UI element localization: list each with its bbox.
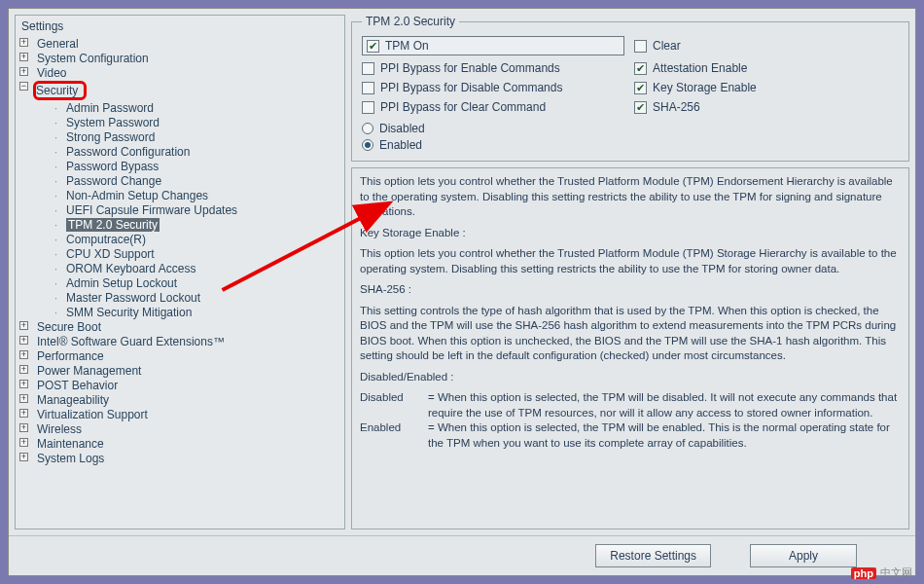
apply-button[interactable]: Apply <box>750 544 857 567</box>
definition-text: = When this option is selected, the TPM … <box>428 420 901 451</box>
definition-term: Enabled <box>360 420 422 451</box>
checkbox-label: Attestation Enable <box>653 61 747 75</box>
tree-item-admin-password[interactable]: Admin Password <box>51 101 338 115</box>
collapse-icon[interactable]: − <box>19 82 28 91</box>
description-heading: Key Storage Enable : <box>360 226 901 241</box>
tree-item-secure-boot[interactable]: +Secure Boot <box>21 320 338 334</box>
checkbox-label: Clear <box>653 39 681 53</box>
expander-icon[interactable]: + <box>19 409 28 418</box>
checkbox-label: TPM On <box>385 39 429 53</box>
definition-term: Disabled <box>360 390 422 420</box>
expander-icon[interactable]: + <box>19 380 28 388</box>
tree-item-non-admin-setup-changes[interactable]: Non-Admin Setup Changes <box>51 189 338 202</box>
checkbox-icon <box>362 62 374 75</box>
settings-tree-panel: Settings +General +System Configuration … <box>15 15 345 529</box>
description-panel: This option lets you control whether the… <box>351 167 909 529</box>
groupbox-legend: TPM 2.0 Security <box>362 15 459 28</box>
radio-label: Enabled <box>379 138 422 152</box>
radio-icon <box>362 123 373 134</box>
expander-icon[interactable]: + <box>19 321 28 330</box>
checkbox-icon <box>634 40 647 53</box>
expander-icon[interactable]: + <box>19 438 28 447</box>
tree-item-system-password[interactable]: System Password <box>51 116 338 129</box>
description-text: This option lets you control whether the… <box>360 174 901 220</box>
tree-item-virtualization-support[interactable]: +Virtualization Support <box>21 408 338 421</box>
checkbox-icon <box>367 40 379 53</box>
tree-item-tpm-2-0-security[interactable]: TPM 2.0 Security <box>51 218 338 232</box>
tree-item-computrace[interactable]: Computrace(R) <box>51 233 338 246</box>
expander-icon[interactable]: + <box>19 365 28 374</box>
bios-setup-window: Settings +General +System Configuration … <box>8 8 916 576</box>
checkbox-icon <box>634 82 647 94</box>
security-highlight-annotation: Security <box>33 81 87 100</box>
tree-item-password-bypass[interactable]: Password Bypass <box>51 160 338 173</box>
checkbox-label: PPI Bypass for Disable Commands <box>380 81 562 94</box>
checkbox-ppi-bypass-enable[interactable]: PPI Bypass for Enable Commands <box>362 61 624 75</box>
tree-item-wireless[interactable]: +Wireless <box>21 422 338 436</box>
radio-disabled[interactable]: Disabled <box>362 122 899 135</box>
tree-item-master-password-lockout[interactable]: Master Password Lockout <box>51 291 338 305</box>
checkbox-attestation-enable[interactable]: Attestation Enable <box>634 61 829 75</box>
checkbox-label: SHA-256 <box>653 100 700 114</box>
expander-icon[interactable]: + <box>19 423 28 432</box>
expander-icon[interactable]: + <box>19 350 28 359</box>
checkbox-ppi-bypass-clear[interactable]: PPI Bypass for Clear Command <box>362 100 624 114</box>
checkbox-clear[interactable]: Clear <box>634 36 829 55</box>
tree-item-manageability[interactable]: +Manageability <box>21 393 338 407</box>
expander-icon[interactable]: + <box>19 38 28 47</box>
watermark-text: 中文网 <box>880 566 912 580</box>
settings-tree-title: Settings <box>21 19 338 33</box>
tree-item-smm-security-mitigation[interactable]: SMM Security Mitigation <box>51 306 338 319</box>
tree-item-performance[interactable]: +Performance <box>21 349 338 363</box>
checkbox-icon <box>362 101 374 114</box>
checkbox-label: PPI Bypass for Enable Commands <box>380 61 560 75</box>
radio-enabled[interactable]: Enabled <box>362 138 899 152</box>
tree-item-general[interactable]: +General <box>21 37 338 51</box>
expander-icon[interactable]: + <box>19 67 28 76</box>
tree-item-system-logs[interactable]: +System Logs <box>21 452 338 465</box>
tree-item-orom-keyboard-access[interactable]: OROM Keyboard Access <box>51 262 338 275</box>
checkbox-tpm-on[interactable]: TPM On <box>362 36 624 55</box>
description-text: This option lets you control whether the… <box>360 246 901 276</box>
checkbox-ppi-bypass-disable[interactable]: PPI Bypass for Disable Commands <box>362 81 624 94</box>
tree-item-security[interactable]: − Security Admin Password System Passwor… <box>21 81 338 319</box>
tree-item-maintenance[interactable]: +Maintenance <box>21 437 338 451</box>
tpm-security-panel: TPM 2.0 Security TPM On Clear PPI Bypass… <box>351 15 909 529</box>
tree-item-power-management[interactable]: +Power Management <box>21 364 338 378</box>
tree-item-system-configuration[interactable]: +System Configuration <box>21 52 338 65</box>
watermark-logo: php 中文网 <box>851 566 912 580</box>
body-area: Settings +General +System Configuration … <box>9 9 915 535</box>
checkbox-sha-256[interactable]: SHA-256 <box>634 100 829 114</box>
description-heading: SHA-256 : <box>360 282 901 298</box>
tpm-security-groupbox: TPM 2.0 Security TPM On Clear PPI Bypass… <box>351 15 909 162</box>
expander-icon[interactable]: + <box>19 53 28 61</box>
restore-settings-button[interactable]: Restore Settings <box>595 544 711 567</box>
description-heading: Disabled/Enabled : <box>360 370 901 385</box>
expander-icon[interactable]: + <box>19 336 28 345</box>
checkbox-icon <box>634 62 647 75</box>
tpm-enable-radio-group: Disabled Enabled <box>362 122 899 152</box>
radio-icon <box>362 139 373 151</box>
tree-item-video[interactable]: +Video <box>21 66 338 80</box>
tree-item-password-configuration[interactable]: Password Configuration <box>51 145 338 159</box>
description-definition-row: Enabled = When this option is selected, … <box>360 420 901 451</box>
definition-text: = When this option is selected, the TPM … <box>428 390 901 420</box>
tree-item-password-change[interactable]: Password Change <box>51 174 338 188</box>
tree-item-strong-password[interactable]: Strong Password <box>51 130 338 144</box>
tree-item-intel-sgx[interactable]: +Intel® Software Guard Extensions™ <box>21 335 338 348</box>
tree-item-uefi-capsule-firmware-updates[interactable]: UEFI Capsule Firmware Updates <box>51 203 338 217</box>
checkbox-icon <box>634 101 647 114</box>
expander-icon[interactable]: + <box>19 453 28 461</box>
tree-item-admin-setup-lockout[interactable]: Admin Setup Lockout <box>51 276 338 290</box>
settings-tree: +General +System Configuration +Video − … <box>21 37 338 465</box>
security-children: Admin Password System Password Strong Pa… <box>51 101 338 319</box>
footer-button-bar: Restore Settings Apply <box>9 535 915 575</box>
tpm-checkbox-grid: TPM On Clear PPI Bypass for Enable Comma… <box>362 36 899 114</box>
expander-icon[interactable]: + <box>19 394 28 403</box>
tree-item-cpu-xd-support[interactable]: CPU XD Support <box>51 247 338 261</box>
checkbox-label: Key Storage Enable <box>653 81 757 94</box>
checkbox-key-storage-enable[interactable]: Key Storage Enable <box>634 81 829 94</box>
description-definition-row: Disabled = When this option is selected,… <box>360 390 901 420</box>
description-text: This setting controls the type of hash a… <box>360 304 901 364</box>
tree-item-post-behavior[interactable]: +POST Behavior <box>21 379 338 392</box>
